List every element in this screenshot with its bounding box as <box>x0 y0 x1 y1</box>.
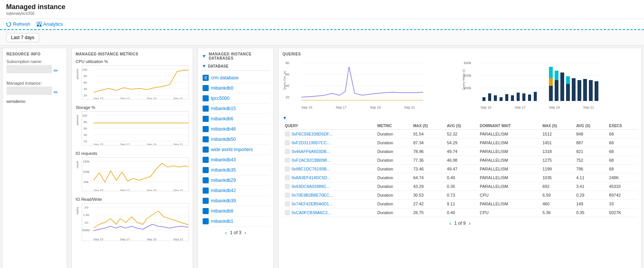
db-item[interactable]: 🗄 crm database <box>202 73 270 83</box>
svg-rect-2 <box>40 22 41 24</box>
db-item[interactable]: mibankdb42 <box>202 186 270 196</box>
svg-rect-96 <box>589 80 593 101</box>
svg-text:80: 80 <box>84 74 87 78</box>
svg-text:40: 40 <box>84 133 87 137</box>
col-query: QUERY <box>282 122 375 130</box>
queries-table: ▼ QUERY METRIC MAX (S) AVG (S) DOMINANT … <box>282 115 638 265</box>
svg-rect-79 <box>505 94 508 101</box>
db-icon <box>203 147 209 153</box>
svg-rect-78 <box>500 97 503 101</box>
table-row[interactable]: 0x46AFF6A603DB... Duration78.9649.74PARA… <box>282 147 638 156</box>
queries-panel: QUERIES 80 60 40 20 Query Dur. (s) <box>278 48 642 268</box>
svg-text:Sep 21: Sep 21 <box>173 238 183 241</box>
table-header-row: QUERY METRIC MAX (S) AVG (S) DOMINANT WA… <box>282 122 638 130</box>
refresh-button[interactable]: Refresh <box>6 21 30 27</box>
svg-text:Sep 15: Sep 15 <box>94 97 103 99</box>
svg-rect-89 <box>555 71 558 80</box>
analytics-button[interactable]: Analytics <box>36 21 63 27</box>
col-metric: METRIC <box>375 122 411 130</box>
databases-page-indicator: 1 of 3 <box>230 230 241 235</box>
table-filter-icon[interactable]: ▼ <box>282 115 287 121</box>
resource-info-title: RESOURCE INFO <box>6 52 63 56</box>
svg-text:Sep 19: Sep 19 <box>549 106 560 109</box>
db-icon <box>203 157 209 163</box>
databases-next-button[interactable]: › <box>244 230 246 236</box>
db-icon <box>203 177 209 183</box>
db-item[interactable]: mibankdb6 <box>202 114 270 124</box>
svg-rect-90 <box>560 73 564 101</box>
svg-text:20: 20 <box>84 94 87 97</box>
query-waits-chart: 600k 400k 200k Query Waits (s) <box>462 59 638 112</box>
table-row[interactable]: 0x93DC8A02889C... Duration43.290.35PARAL… <box>282 182 638 191</box>
table-row[interactable]: 0xCA0FCB38A6C2... Duration26.750.40CPU5.… <box>282 208 638 217</box>
svg-text:20: 20 <box>286 95 289 99</box>
databases-header: ▼ MANAGED INSTANCE DATABASES <box>202 52 270 60</box>
main-content: RESOURCE INFO Subscription name: ✏ Manag… <box>0 46 644 268</box>
svg-text:Sep 21: Sep 21 <box>404 106 415 109</box>
db-item[interactable]: tpcc5000 <box>202 93 270 104</box>
svg-text:2G: 2G <box>84 206 89 209</box>
svg-rect-80 <box>511 95 514 101</box>
svg-text:100: 100 <box>82 68 87 71</box>
query-row-icon <box>285 184 290 189</box>
db-item[interactable]: mibankdb43 <box>202 155 270 165</box>
db-item[interactable]: mibankdb46 <box>202 124 270 134</box>
table-row[interactable]: 0x70E9B2B8E70EC... Duration30.530.73CPU6… <box>282 191 638 200</box>
db-item[interactable]: mibankdb0 <box>202 83 270 93</box>
page-title: Managed instance <box>6 3 638 11</box>
svg-text:500M: 500M <box>82 229 90 232</box>
db-item[interactable]: mibankdb29 <box>202 175 270 186</box>
svg-text:Sep 19: Sep 19 <box>147 97 157 99</box>
db-filter-icon[interactable]: ▼ <box>202 54 206 59</box>
db-item[interactable]: mibankdb50 <box>202 134 270 145</box>
db-icon <box>203 95 209 101</box>
svg-text:Sep 17: Sep 17 <box>515 106 526 109</box>
table-row[interactable]: 0xF2AC92CBB098... Duration77.3646.08PARA… <box>282 156 638 165</box>
table-row[interactable]: 0xF6C59E339D5DF... Duration91.5452.32PAR… <box>282 130 638 139</box>
table-row[interactable]: 0x8A3EF414DC5D... Duration64.740.40PARAL… <box>282 173 638 182</box>
db-col-filter-icon[interactable]: ▼ <box>202 63 206 69</box>
period-filter-button[interactable]: Last 7 days <box>6 33 39 42</box>
svg-text:1G: 1G <box>84 221 89 224</box>
databases-prev-button[interactable]: ‹ <box>225 230 227 236</box>
query-row-icon <box>285 158 290 163</box>
subscription-edit-icon[interactable]: ✏ <box>54 68 58 74</box>
queries-next-button[interactable]: › <box>469 220 471 226</box>
svg-text:Query Waits (s): Query Waits (s) <box>462 69 465 90</box>
resource-info-panel: RESOURCE INFO Subscription name: ✏ Manag… <box>2 48 67 268</box>
queries-prev-button[interactable]: ‹ <box>449 220 451 226</box>
svg-rect-82 <box>522 93 525 101</box>
db-item[interactable]: wide world importers <box>202 145 270 155</box>
databases-panel: ▼ MANAGED INSTANCE DATABASES ▼ DATABASE … <box>198 48 274 268</box>
db-item[interactable]: mibankdb1 <box>202 216 270 227</box>
svg-text:50k: 50k <box>84 180 89 184</box>
page-header: Managed instance sqlanalytics356 <box>0 0 644 19</box>
svg-rect-1 <box>37 22 39 24</box>
filter-bar: Last 7 days <box>0 30 644 46</box>
db-item[interactable]: mibankdb35 <box>202 165 270 175</box>
svg-text:100: 100 <box>82 114 87 117</box>
db-item[interactable]: mibankdb8 <box>202 206 270 216</box>
storage-chart-container: Storage % percent 100 80 60 40 20 <box>76 105 189 147</box>
svg-text:Sep 21: Sep 21 <box>173 143 183 145</box>
queries-pagination: ‹ 1 of 9 › <box>282 217 638 229</box>
table-row[interactable]: 0xF2D31199D7CC... Duration87.3454.29PARA… <box>282 139 638 147</box>
svg-text:600k: 600k <box>464 61 471 65</box>
table-row[interactable]: 0x74EF42EB5A0D1... Duration27.429.11PARA… <box>282 200 638 208</box>
managed-instance-edit-icon[interactable]: ✏ <box>54 89 58 95</box>
queries-table-body: 0xF6C59E339D5DF... Duration91.5452.32PAR… <box>282 130 638 217</box>
db-icon <box>203 218 209 224</box>
query-row-icon <box>285 140 290 145</box>
db-item[interactable]: mibankdb39 <box>202 196 270 206</box>
db-icon: 🗄 <box>203 75 209 81</box>
svg-rect-86 <box>549 67 553 78</box>
db-item[interactable]: mibankdb15 <box>202 104 270 114</box>
query-duration-chart: 80 60 40 20 Query Dur. (s) Sep 15 Sep 17… <box>282 59 458 112</box>
svg-text:Sep 19: Sep 19 <box>147 143 157 145</box>
table-row[interactable]: 0x98C1DC76193B... Duration73.4649.47PARA… <box>282 165 638 173</box>
queries-title: QUERIES <box>282 52 638 56</box>
col-wait-avg: AVG (S) <box>574 122 607 130</box>
io-readwrite-chart-container: IO Read/Write bytes 2G 1.5G 1G 500M <box>76 197 189 242</box>
queries-page-indicator: 1 of 9 <box>454 221 466 226</box>
svg-rect-81 <box>517 93 520 101</box>
